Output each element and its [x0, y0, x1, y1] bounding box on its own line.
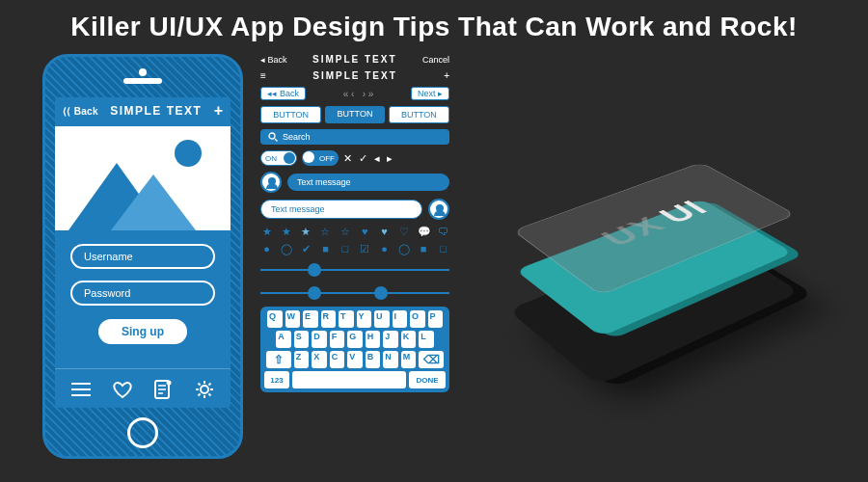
key[interactable]: C [330, 351, 345, 368]
ring-icon: ◯ [280, 243, 292, 255]
gear-icon[interactable] [194, 379, 215, 400]
ui-kit-panel: ◂ Back SIMPLE TEXT Cancel ≡ SIMPLE TEXT … [260, 54, 449, 392]
delete-key[interactable]: ⌫ [419, 351, 444, 368]
key[interactable]: T [339, 310, 354, 328]
add-button[interactable]: + [214, 103, 223, 119]
key[interactable]: M [401, 351, 417, 368]
back-pill[interactable]: ◂◂ Back [260, 87, 306, 100]
key-row: Q W E R T Y U I O P [264, 310, 446, 328]
square-icon: ■ [319, 243, 332, 255]
chat-icon: 💬 [418, 226, 430, 238]
phone-screen: ⟨⟨ Back SIMPLE TEXT + Username Password … [55, 97, 231, 408]
key[interactable]: N [383, 351, 398, 368]
key[interactable]: F [330, 331, 345, 348]
next-pill[interactable]: Next ▸ [411, 87, 449, 100]
menu-icon[interactable]: ≡ [260, 70, 266, 81]
key[interactable]: A [276, 331, 291, 348]
slider-thumb[interactable] [308, 263, 321, 277]
toggle-row: ON OFF ✕ ✓ ◂ ▸ [260, 150, 449, 166]
screen-title: SIMPLE TEXT [110, 104, 202, 118]
key[interactable]: U [374, 310, 390, 328]
slider[interactable] [260, 260, 449, 280]
star-icon: ★ [300, 226, 312, 238]
heart-outline-icon: ♡ [397, 226, 410, 238]
back-button[interactable]: ⟨⟨ Back [63, 106, 98, 117]
kit-nav-3: ◂◂ Back « ‹ › » Next ▸ [260, 87, 449, 100]
key[interactable]: S [294, 331, 310, 348]
check-circle-icon: ✔ [300, 243, 312, 255]
note-icon[interactable] [152, 379, 174, 400]
key[interactable]: G [347, 331, 363, 348]
chat-outline-icon: 🗨 [437, 226, 449, 238]
key[interactable]: H [366, 331, 381, 348]
sample-button[interactable]: BUTTON [389, 106, 449, 123]
svg-point-2 [201, 386, 208, 393]
action-glyphs: ✕ ✓ ◂ ▸ [343, 152, 394, 165]
key[interactable]: X [312, 351, 327, 368]
shift-key[interactable]: ⇧ [266, 351, 291, 368]
slider-thumb[interactable] [308, 286, 321, 300]
done-key[interactable]: DONE [409, 371, 446, 388]
phone-mockup: ⟨⟨ Back SIMPLE TEXT + Username Password … [42, 54, 243, 459]
slider-thumb[interactable] [374, 286, 388, 300]
key[interactable]: R [321, 310, 337, 328]
key[interactable]: Q [267, 310, 283, 328]
key[interactable]: E [303, 310, 318, 328]
star-outline-icon: ☆ [339, 226, 351, 238]
illustration-stage: ⟨⟨ Back SIMPLE TEXT + Username Password … [0, 48, 868, 472]
svg-point-3 [269, 133, 275, 139]
cancel-button[interactable]: Cancel [422, 55, 449, 65]
sun-icon [175, 140, 202, 167]
key-row: ⇧ Z X C V B N M ⌫ [264, 351, 446, 368]
page-title: Killer UI/UX App Design Tips That Can Wo… [0, 0, 868, 48]
toggle-on[interactable]: ON [260, 150, 297, 166]
username-field[interactable]: Username [70, 244, 215, 269]
password-field[interactable]: Password [70, 281, 215, 306]
mountain-icon [111, 174, 196, 230]
key[interactable]: K [401, 331, 417, 348]
key[interactable]: Y [357, 310, 372, 328]
ux-label: UX [593, 212, 673, 251]
key-row: A S D F G H J K L [264, 331, 446, 348]
key[interactable]: L [419, 331, 434, 348]
square-icon: ■ [418, 243, 430, 255]
kit-nav-2: ≡ SIMPLE TEXT + [260, 70, 449, 81]
isometric-illustration: UX UI [473, 106, 839, 434]
key[interactable]: Z [294, 351, 310, 368]
key[interactable]: W [285, 310, 301, 328]
toggle-off[interactable]: OFF [302, 150, 339, 166]
search-input[interactable]: Search [260, 129, 449, 145]
heart-icon[interactable] [112, 379, 133, 400]
add-button[interactable]: + [444, 70, 449, 81]
menu-icon[interactable] [70, 379, 92, 400]
signup-button[interactable]: Sing up [98, 319, 187, 344]
kit-nav-1: ◂ Back SIMPLE TEXT Cancel [260, 54, 449, 65]
chat-row-incoming: Text message [260, 172, 449, 193]
heart-icon: ♥ [359, 226, 371, 238]
key[interactable]: J [383, 331, 398, 348]
numeric-key[interactable]: 123 [264, 371, 289, 388]
chat-row-outgoing: Text message [260, 199, 449, 220]
check-square-icon: ☑ [359, 243, 371, 255]
star-icon: ★ [260, 226, 273, 238]
sample-button[interactable]: BUTTON [325, 106, 384, 123]
star-outline-icon: ☆ [319, 226, 332, 238]
key[interactable]: D [312, 331, 327, 348]
home-button[interactable] [127, 417, 158, 448]
key[interactable]: V [347, 351, 363, 368]
range-slider[interactable] [260, 283, 449, 303]
nav-title: SIMPLE TEXT [312, 54, 397, 65]
square-outline-icon: □ [437, 243, 449, 255]
key[interactable]: P [428, 310, 444, 328]
avatar-icon [260, 172, 282, 193]
space-key[interactable] [292, 371, 406, 388]
key[interactable]: I [393, 310, 408, 328]
sample-button[interactable]: BUTTON [260, 106, 321, 123]
hero-image-placeholder [55, 126, 231, 230]
key[interactable]: O [410, 310, 425, 328]
key[interactable]: B [366, 351, 381, 368]
ring-icon: ◯ [397, 243, 410, 255]
key-row: 123 DONE [264, 371, 446, 388]
back-button[interactable]: ◂ Back [260, 55, 287, 65]
button-row: BUTTON BUTTON BUTTON [260, 106, 449, 123]
